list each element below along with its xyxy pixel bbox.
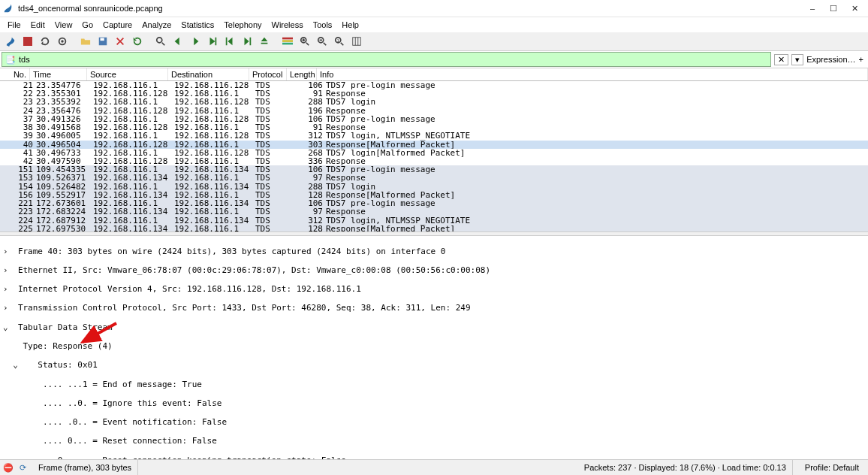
cell-proto: TDS — [255, 98, 293, 106]
restart-capture-icon[interactable] — [38, 34, 53, 49]
cell-len: 312 — [293, 132, 326, 140]
col-proto[interactable]: Protocol — [249, 68, 287, 80]
tree-frame[interactable]: › Frame 40: 303 bytes on wire (2424 bits… — [3, 247, 865, 257]
cell-info: Response — [326, 207, 865, 216]
cell-no: 225 — [3, 225, 36, 231]
tree-type[interactable]: Type: Response (4) — [3, 342, 865, 352]
col-time[interactable]: Time — [30, 68, 87, 80]
go-back-icon[interactable] — [170, 34, 185, 49]
tree-status[interactable]: ⌄ Status: 0x01 — [3, 361, 865, 371]
expression-button[interactable]: Expression… — [806, 55, 855, 64]
packet-row[interactable]: 153109.526371192.168.116.134192.168.116.… — [0, 174, 868, 182]
menu-go[interactable]: Go — [77, 19, 98, 31]
go-forward-icon[interactable] — [188, 34, 203, 49]
svg-point-5 — [157, 38, 162, 43]
col-info[interactable]: Info — [317, 68, 868, 80]
status-error-icon[interactable]: ⛔ — [3, 463, 14, 473]
cell-dst: 192.168.116.128 — [174, 132, 255, 140]
maximize-button[interactable]: ☐ — [823, 1, 844, 16]
zoom-reset-icon[interactable]: 1 — [332, 34, 347, 49]
menu-telephony[interactable]: Telephony — [219, 19, 266, 31]
svg-rect-4 — [101, 38, 104, 41]
cell-info: TDS7 login — [326, 98, 865, 106]
go-last-icon[interactable] — [240, 34, 255, 49]
colorize-icon[interactable] — [280, 34, 295, 49]
cell-len: 97 — [293, 174, 326, 182]
cell-info: TDS7 pre-login message — [326, 199, 865, 207]
tree-status-2: .... ..0. = Ignore this event: False — [3, 399, 865, 409]
tree-ip[interactable]: › Internet Protocol Version 4, Src: 192.… — [3, 285, 865, 295]
cell-proto: TDS — [255, 174, 293, 182]
svg-rect-11 — [282, 43, 293, 45]
capture-options-icon[interactable] — [55, 34, 70, 49]
menu-view[interactable]: View — [50, 19, 77, 31]
save-file-icon[interactable] — [95, 34, 110, 49]
cell-time: 172.697530 — [36, 225, 93, 231]
col-no[interactable]: No. — [0, 68, 30, 80]
svg-rect-10 — [282, 40, 293, 42]
tree-eth[interactable]: › Ethernet II, Src: Vmware_06:78:07 (00:… — [3, 266, 865, 276]
menu-edit[interactable]: Edit — [26, 19, 50, 31]
cell-len: 97 — [293, 207, 326, 216]
col-src[interactable]: Source — [87, 68, 168, 80]
cell-proto: TDS — [255, 207, 293, 216]
col-dst[interactable]: Destination — [168, 68, 249, 80]
auto-scroll-icon[interactable] — [257, 34, 272, 49]
go-first-icon[interactable] — [222, 34, 237, 49]
packet-row[interactable]: 2323.355392192.168.116.1192.168.116.128T… — [0, 98, 868, 106]
add-filter-button[interactable]: + — [859, 55, 863, 64]
cell-src: 192.168.116.134 — [93, 174, 174, 182]
cell-info: TDS7 pre-login message — [326, 115, 865, 123]
app-window: tds4_oncenormal sonraunicode.pcapng – ☐ … — [0, 0, 868, 475]
menu-help[interactable]: Help — [337, 19, 363, 31]
tree-tds[interactable]: ⌄ Tabular Data Stream — [3, 323, 865, 333]
display-filter-input[interactable]: 📑 tds — [2, 52, 771, 67]
packet-list[interactable]: 2123.354776192.168.116.1192.168.116.128T… — [0, 81, 868, 231]
cell-src: 192.168.116.1 — [93, 132, 174, 140]
cell-dst: 192.168.116.128 — [174, 98, 255, 106]
packet-row[interactable]: 3930.496005192.168.116.1192.168.116.128T… — [0, 132, 868, 140]
close-button[interactable]: ✕ — [844, 1, 865, 16]
cell-info: Response[Malformed Packet] — [326, 225, 865, 231]
status-frame-info: Frame (frame), 303 bytes — [32, 460, 138, 475]
cell-no: 153 — [3, 174, 36, 182]
svg-rect-0 — [23, 37, 32, 46]
menu-statistics[interactable]: Statistics — [176, 19, 219, 31]
packet-row[interactable]: 225172.697530192.168.116.134192.168.116.… — [0, 225, 868, 231]
filter-dropdown-icon[interactable]: ▾ — [791, 54, 803, 65]
status-packets-info: Packets: 237 · Displayed: 18 (7.6%) · Lo… — [578, 460, 793, 475]
zoom-in-icon[interactable] — [297, 34, 312, 49]
cell-no: 39 — [3, 132, 36, 140]
menu-analyze[interactable]: Analyze — [137, 19, 176, 31]
main-toolbar: 1 — [0, 32, 868, 51]
open-file-icon[interactable] — [78, 34, 93, 49]
status-profile[interactable]: Profile: Default — [799, 460, 865, 475]
minimize-button[interactable]: – — [802, 1, 823, 16]
clear-filter-icon[interactable]: ✕ — [774, 54, 788, 65]
menu-tools[interactable]: Tools — [309, 19, 337, 31]
reload-icon[interactable] — [130, 34, 145, 49]
status-reload-icon[interactable]: ⟳ — [20, 463, 26, 473]
cell-src: 192.168.116.134 — [93, 207, 174, 216]
menu-wireless[interactable]: Wireless — [267, 19, 308, 31]
go-to-packet-icon[interactable] — [205, 34, 220, 49]
col-len[interactable]: Length — [287, 68, 317, 80]
tree-status-3: .... .0.. = Event notification: False — [3, 418, 865, 428]
menu-capture[interactable]: Capture — [98, 19, 137, 31]
packet-details-pane[interactable]: › Frame 40: 303 bytes on wire (2424 bits… — [0, 236, 868, 459]
find-packet-icon[interactable] — [153, 34, 168, 49]
bookmark-filter-icon[interactable]: 📑 — [5, 55, 16, 65]
cell-src: 192.168.116.1 — [93, 98, 174, 106]
app-icon — [3, 3, 14, 14]
start-capture-icon[interactable] — [3, 34, 18, 49]
menu-file[interactable]: File — [3, 19, 26, 31]
tree-tcp[interactable]: › Transmission Control Protocol, Src Por… — [3, 304, 865, 313]
close-file-icon[interactable] — [113, 34, 128, 49]
tree-status-1: .... ...1 = End of message: True — [3, 380, 865, 390]
display-filter-bar: 📑 tds ✕ ▾ Expression… + — [0, 51, 868, 68]
resize-columns-icon[interactable] — [349, 34, 364, 49]
packet-row[interactable]: 223172.683224192.168.116.134192.168.116.… — [0, 207, 868, 216]
stop-capture-icon[interactable] — [20, 34, 35, 49]
display-filter-value: tds — [19, 55, 30, 64]
zoom-out-icon[interactable] — [315, 34, 330, 49]
